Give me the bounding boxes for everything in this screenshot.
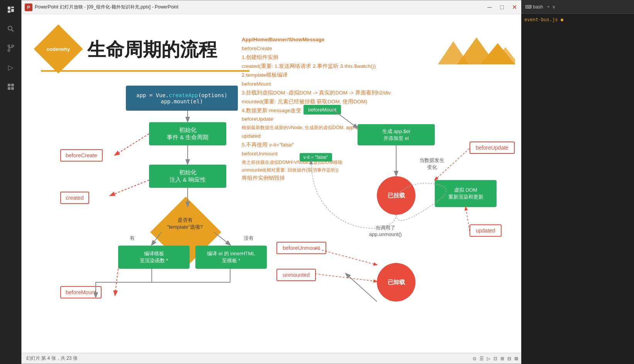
right-text-line-10: beforeUpdate (242, 115, 442, 124)
svg-point-4 (8, 26, 12, 30)
slide-title: 生命周期的流程 (87, 37, 217, 62)
svg-point-6 (8, 45, 10, 47)
statusbar-icon-3[interactable]: ▷ (487, 356, 490, 361)
sidebar-icon-search[interactable] (0, 19, 21, 39)
sidebar: ▷ (0, 0, 21, 364)
statusbar-icon-2[interactable]: ☰ (480, 356, 484, 361)
label-beforeUpdate: beforeUpdate (470, 142, 515, 154)
app-icon: P (25, 3, 32, 11)
svg-line-5 (12, 30, 14, 32)
terminal-chevron[interactable]: ∨ (552, 4, 556, 10)
mounted-circle-label: 已挂载 (388, 192, 405, 199)
init-box-1-line1: 初始化 (179, 126, 197, 134)
mounted-circle: 已挂载 (377, 176, 415, 215)
init-box-2-line1: 初始化 (179, 169, 197, 176)
statusbar-icon-7[interactable]: ⊠ (514, 356, 518, 361)
right-text-line-16: unmounted(相对重要: 回收操作(取消事件监听)) (242, 166, 442, 174)
close-button[interactable]: ✕ (509, 2, 520, 13)
mountain-decoration (438, 34, 515, 64)
terminal-header: ⌨ bash ＋ ∨ (521, 0, 634, 14)
right-text-line-14: beforeUnmount (242, 150, 442, 158)
terminal-body: event-bus.js ● (521, 14, 634, 364)
unmount-circle-label: 已卸载 (388, 279, 405, 286)
statusbar-right: ⊙ ☰ ▷ ⊡ ⊞ ⊟ ⊠ (473, 356, 518, 361)
diamond-label: 是否有"template"选项? (156, 217, 214, 231)
has-label: 有 (130, 235, 135, 242)
minimize-button[interactable]: ─ (484, 2, 495, 13)
right-text-line-8: mounted(重要: 元素已经被挂载 获取DOM, 使用DOM) (242, 98, 442, 106)
label-updated: updated (470, 224, 502, 237)
compile-box-2-line1: 编译 el 的 innerHTML (207, 250, 255, 257)
code-box: app = Vue.createApp(options) app.mount(e… (126, 86, 238, 111)
label-unmounted: unmounted (276, 269, 316, 281)
code-line-1: app = Vue.createApp(options) (136, 92, 227, 98)
unmount-text: 当调用了app.unmount() (369, 224, 402, 237)
vnode-box: 生成 app.$el 并添加至 el (358, 124, 435, 145)
label-beforeMount: beforeMount (60, 286, 102, 298)
svg-rect-12 (8, 87, 10, 90)
compile-box-1: 编译模板 至渲染函数 * (118, 246, 190, 269)
sidebar-icon-git[interactable] (0, 39, 21, 58)
window-titlebar: P PowerPoint 幻灯片放映 - [09_组件化-额外知识补充.pptx… (22, 0, 523, 14)
create-text: createApp (169, 92, 198, 98)
sidebar-icon-extensions[interactable] (0, 77, 21, 96)
data-change-label: 当数据发生变化 (419, 157, 444, 171)
terminal-area: ⌨ bash ＋ ∨ event-bus.js ● (521, 0, 634, 364)
compile-box-2-line2: 至模板 * (222, 257, 241, 264)
svg-line-23 (115, 134, 149, 155)
compile-box-2: 编译 el 的 innerHTML 至模板 * (195, 246, 267, 269)
terminal-title: ⌨ bash (525, 4, 543, 10)
svg-line-29 (346, 274, 377, 302)
slide-container: coderwhy 生命周期的流程 App/Home/Banner/ShowMes… (22, 14, 523, 353)
statusbar-icon-6[interactable]: ⊟ (507, 356, 511, 361)
svg-rect-10 (8, 84, 10, 86)
statusbar-icon-4[interactable]: ⊡ (493, 356, 497, 361)
svg-rect-3 (8, 10, 10, 13)
logo-text: coderwhy (47, 46, 70, 52)
terminal-add[interactable]: ＋ (546, 3, 551, 10)
svg-point-7 (12, 45, 14, 47)
right-text-line-9: 4.数据更新:message改变 (242, 106, 442, 115)
vdom-line1: 虚拟 DOM (454, 187, 477, 194)
sidebar-icon-explorer[interactable] (0, 0, 21, 19)
svg-line-25 (115, 269, 118, 295)
svg-rect-11 (11, 84, 14, 86)
right-text-content: App/Home/Banner/ShowMessage beforeCreate… (242, 35, 442, 183)
window-controls: ─ □ ✕ (484, 2, 520, 13)
maximize-button[interactable]: □ (497, 2, 507, 13)
right-text-line-6: beforeMount (242, 80, 442, 89)
no-label: 没有 (244, 235, 254, 242)
statusbar-icon-1[interactable]: ⊙ (473, 356, 476, 361)
mount-inner-label: beforeMount (303, 105, 341, 115)
statusbar-icon-5[interactable]: ⊞ (500, 356, 504, 361)
svg-rect-2 (11, 9, 14, 12)
powerpoint-window: P PowerPoint 幻灯片放映 - [09_组件化-额外知识补充.pptx… (21, 0, 523, 364)
right-text-line-7: 3.挂载到虚拟DOM -虚拟DOM -> 真实的DOM -> 界面看到h2/di… (242, 89, 442, 98)
right-text-line-5: 2.template模板编译 (242, 71, 442, 80)
logo-diamond: coderwhy (34, 24, 83, 73)
vnode-line1: 生成 app.$el (382, 128, 410, 135)
svg-rect-13 (11, 87, 14, 90)
slide-info: 幻灯片 第 4 张，共 23 张 (26, 355, 78, 362)
init-box-2-line2: 注入 & 响应性 (170, 176, 205, 184)
compile-box-1-line1: 编译模板 (144, 250, 164, 257)
label-beforeUnmount: beforeUnmount (276, 242, 326, 254)
label-beforeCreate: beforeCreate (60, 149, 103, 162)
vdom-line2: 重新渲染和更新 (448, 194, 483, 201)
right-text-line-15: 将之前挂载在虚拟DOM中VNode从虚拟DOM移除 (242, 158, 442, 166)
vnode-line2: 并添加至 el (383, 135, 409, 142)
terminal-line: event-bus.js ● (524, 17, 631, 22)
svg-rect-0 (8, 7, 10, 10)
svg-line-24 (110, 180, 149, 195)
init-box-1-line2: 事件 & 生命周期 (167, 134, 209, 141)
sidebar-icon-debug[interactable]: ▷ (0, 58, 21, 77)
statusbar: 幻灯片 第 4 张，共 23 张 ⊙ ☰ ▷ ⊡ ⊞ ⊟ ⊠ (22, 353, 523, 364)
svg-line-28 (466, 207, 470, 231)
init-box-2: 初始化 注入 & 响应性 (149, 165, 226, 188)
right-text-line-17: 将组件实例销毁掉 (242, 174, 442, 183)
right-text-line-1: App/Home/Banner/ShowMessage (242, 35, 442, 44)
vif-label: v-it = "false" (300, 153, 332, 162)
label-created: created (60, 192, 89, 204)
window-title: PowerPoint 幻灯片放映 - [09_组件化-额外知识补充.pptx] … (35, 4, 484, 10)
svg-rect-1 (11, 7, 14, 8)
